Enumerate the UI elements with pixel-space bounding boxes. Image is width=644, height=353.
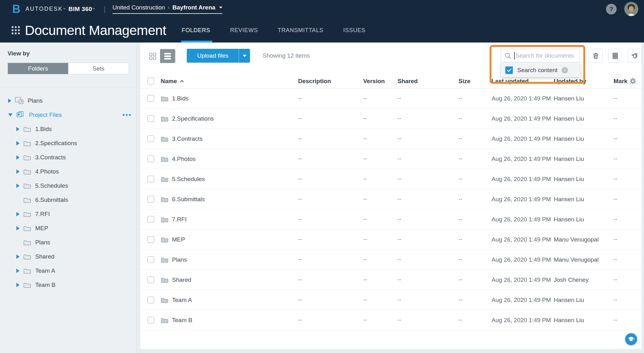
tree-label[interactable]: 5.Schedules xyxy=(35,182,68,189)
more-menu-icon[interactable] xyxy=(123,114,131,116)
table-row[interactable]: Team B -- -- -- -- Aug 26, 2020 1:49 PM … xyxy=(140,310,641,330)
row-checkbox[interactable] xyxy=(147,115,154,122)
row-checkbox[interactable] xyxy=(147,317,154,323)
column-header-description[interactable]: Description xyxy=(298,78,363,85)
upload-dropdown-button[interactable] xyxy=(239,49,250,63)
row-checkbox[interactable] xyxy=(147,276,154,283)
tab-folders[interactable]: FOLDERS xyxy=(182,18,210,43)
sidebar-item-team-b[interactable]: Team B xyxy=(0,278,136,292)
column-header-last-updated[interactable]: Last updated xyxy=(491,78,554,85)
row-folder-name[interactable]: 7.RFI xyxy=(172,216,186,223)
tree-label[interactable]: 1.Bids xyxy=(35,126,52,133)
tree-label[interactable]: Project Files xyxy=(29,111,62,118)
caret-right-icon[interactable] xyxy=(16,283,19,287)
caret-right-icon[interactable] xyxy=(16,141,19,145)
sidebar-item-photos[interactable]: 4.Photos xyxy=(0,164,136,179)
caret-right-icon[interactable] xyxy=(16,212,19,216)
sidebar-item-schedules[interactable]: 5.Schedules xyxy=(0,179,136,193)
tree-label[interactable]: Plans xyxy=(35,239,50,246)
sidebar-item-project-files[interactable]: Project Files xyxy=(0,108,136,122)
row-checkbox[interactable] xyxy=(147,176,154,182)
row-checkbox[interactable] xyxy=(147,236,154,243)
caret-right-icon[interactable] xyxy=(16,226,19,231)
row-folder-name[interactable]: 6.Submittals xyxy=(172,196,205,203)
tree-label[interactable]: Team A xyxy=(35,267,55,274)
row-checkbox[interactable] xyxy=(147,256,154,263)
row-checkbox[interactable] xyxy=(147,216,154,223)
tab-reviews[interactable]: REVIEWS xyxy=(230,18,258,43)
learning-fab-button[interactable] xyxy=(625,333,637,345)
table-row[interactable]: Team A -- -- -- -- Aug 26, 2020 1:49 PM … xyxy=(140,290,641,310)
tree-label[interactable]: 3.Contracts xyxy=(35,154,66,161)
reports-button[interactable] xyxy=(608,49,622,63)
search-box[interactable] xyxy=(501,49,580,62)
row-folder-name[interactable]: MEP xyxy=(172,236,185,243)
tree-label[interactable]: Team B xyxy=(35,282,55,288)
caret-right-icon[interactable] xyxy=(16,169,19,174)
table-row[interactable]: Plans -- -- -- -- Aug 26, 2020 1:49 PM M… xyxy=(140,250,641,270)
row-folder-name[interactable]: Team A xyxy=(172,297,192,304)
column-settings-gear-icon[interactable] xyxy=(629,77,636,85)
tree-label[interactable]: 2.Specifications xyxy=(35,140,77,147)
tree-label[interactable]: 4.Photos xyxy=(35,168,59,175)
tree-label[interactable]: Shared xyxy=(35,253,54,260)
caret-right-icon[interactable] xyxy=(16,269,19,273)
table-row[interactable]: 2.Specifications -- -- -- -- Aug 26, 202… xyxy=(140,109,641,129)
row-checkbox[interactable] xyxy=(147,297,154,303)
table-row[interactable]: 5.Schedules -- -- -- -- Aug 26, 2020 1:4… xyxy=(140,169,641,189)
breadcrumb-account[interactable]: United Construction xyxy=(113,4,165,11)
deleted-items-button[interactable] xyxy=(589,49,602,63)
table-row[interactable]: MEP -- -- -- -- Aug 26, 2020 1:49 PM Man… xyxy=(140,230,641,250)
row-checkbox[interactable] xyxy=(147,135,154,142)
column-header-size[interactable]: Size xyxy=(458,78,491,85)
column-header-version[interactable]: Version xyxy=(363,78,397,85)
table-row[interactable]: 1.Bids -- -- -- -- Aug 26, 2020 1:49 PM … xyxy=(140,88,641,109)
transfer-documents-button[interactable] xyxy=(628,49,641,63)
sidebar-item-mep[interactable]: MEP xyxy=(0,221,136,235)
help-button[interactable]: ? xyxy=(606,4,617,14)
tree-label[interactable]: 7.RFI xyxy=(35,211,50,218)
breadcrumb-project[interactable]: Bayfront Arena xyxy=(172,4,215,11)
sidebar-item-specifications[interactable]: 2.Specifications xyxy=(0,136,136,150)
tab-issues[interactable]: ISSUES xyxy=(343,18,366,43)
table-row[interactable]: Shared -- -- -- -- Aug 26, 2020 1:49 PM … xyxy=(140,270,641,290)
row-checkbox[interactable] xyxy=(147,196,154,202)
toggle-folders[interactable]: Folders xyxy=(8,63,68,74)
caret-right-icon[interactable] xyxy=(16,254,19,259)
sidebar-item-shared[interactable]: Shared xyxy=(0,249,136,264)
row-folder-name[interactable]: 5.Schedules xyxy=(172,176,205,183)
list-view-button[interactable] xyxy=(160,49,175,63)
tree-label[interactable]: Plans xyxy=(28,97,43,104)
select-all-checkbox[interactable] xyxy=(147,78,154,84)
row-folder-name[interactable]: Shared xyxy=(172,276,191,283)
project-breadcrumb[interactable]: United Construction › Bayfront Arena xyxy=(113,4,222,14)
sidebar-item-team-a[interactable]: Team A xyxy=(0,264,136,278)
column-header-shared[interactable]: Shared xyxy=(397,78,458,85)
sidebar-item-submittals[interactable]: 6.Submittals xyxy=(0,193,136,207)
user-avatar[interactable] xyxy=(624,2,638,16)
row-checkbox[interactable] xyxy=(147,95,154,102)
caret-right-icon[interactable] xyxy=(16,184,19,188)
caret-right-icon[interactable] xyxy=(16,155,19,160)
search-input[interactable] xyxy=(515,52,577,59)
caret-right-icon[interactable] xyxy=(8,99,11,103)
sidebar-item-plans-root[interactable]: Plans xyxy=(0,94,136,108)
search-content-checkbox[interactable] xyxy=(505,66,513,74)
table-row[interactable]: 3.Contracts -- -- -- -- Aug 26, 2020 1:4… xyxy=(140,129,641,149)
row-folder-name[interactable]: Plans xyxy=(172,256,187,263)
row-checkbox[interactable] xyxy=(147,156,154,162)
chevron-down-icon[interactable] xyxy=(219,7,222,9)
tab-transmittals[interactable]: TRANSMITTALS xyxy=(278,18,323,43)
table-row[interactable]: 4.Photos -- -- -- -- Aug 26, 2020 1:49 P… xyxy=(140,149,641,169)
toggle-sets[interactable]: Sets xyxy=(68,63,129,74)
grid-view-button[interactable] xyxy=(145,49,160,63)
row-folder-name[interactable]: 1.Bids xyxy=(172,95,189,102)
caret-down-icon[interactable] xyxy=(8,113,13,117)
table-row[interactable]: 7.RFI -- -- -- -- Aug 26, 2020 1:49 PM H… xyxy=(140,209,641,230)
row-folder-name[interactable]: Team B xyxy=(172,317,192,324)
column-header-name[interactable]: Name xyxy=(161,78,298,85)
sidebar-item-rfi[interactable]: 7.RFI xyxy=(0,207,136,221)
column-header-mark[interactable]: Mark xyxy=(613,77,641,85)
row-folder-name[interactable]: 2.Specifications xyxy=(172,115,214,122)
app-grid-icon[interactable] xyxy=(12,26,20,34)
